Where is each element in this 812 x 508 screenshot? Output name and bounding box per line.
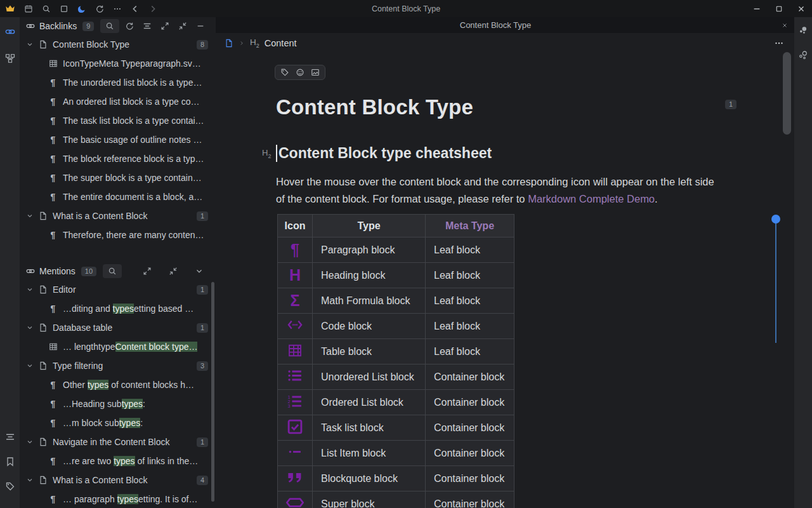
table-row[interactable]: List Item block Container block xyxy=(278,441,514,466)
backlink-doc-row[interactable]: What is a Content Block 1 xyxy=(20,206,216,225)
chevron-down-icon[interactable] xyxy=(25,211,35,221)
forward-icon[interactable] xyxy=(144,0,162,17)
table-row[interactable]: Blockquote block Container block xyxy=(278,466,514,491)
breadcrumb-label[interactable]: Content xyxy=(265,38,297,48)
refresh-icon[interactable] xyxy=(122,19,137,33)
bookmark-dock-icon[interactable] xyxy=(1,452,20,471)
graph-dock-icon[interactable] xyxy=(1,49,20,68)
chevron-down-icon[interactable] xyxy=(25,475,35,485)
more-menu-icon[interactable] xyxy=(108,0,126,17)
paragraph-icon: ¶ xyxy=(48,304,58,314)
doc-title[interactable]: Content Block Type xyxy=(276,95,473,119)
emoji-icon[interactable] xyxy=(296,68,304,77)
backlinks-dock-icon[interactable] xyxy=(1,22,20,41)
chevron-down-icon[interactable] xyxy=(25,39,35,50)
mention-row[interactable]: ¶ … paragraph typesetting. It is of… xyxy=(20,490,216,508)
paragraph-text: . xyxy=(655,193,658,204)
image-icon[interactable] xyxy=(311,68,320,77)
mention-row[interactable]: ¶ Other types of content blocks h… xyxy=(20,375,216,394)
outline-dock-icon[interactable] xyxy=(1,427,20,446)
doc-label: What is a Content Block xyxy=(53,211,192,221)
mention-doc-row[interactable]: What is a Content Block 4 xyxy=(20,471,216,490)
expand-level-icon[interactable] xyxy=(140,19,155,33)
attr-toolbar xyxy=(275,65,325,80)
markdown-demo-link[interactable]: Markdown Complete Demo xyxy=(528,193,655,204)
mention-doc-row[interactable]: Database table 1 xyxy=(20,318,216,337)
expand-icon[interactable] xyxy=(157,19,173,33)
mention-row[interactable]: ¶ …diting and typesetting based … xyxy=(20,299,216,318)
mention-doc-row[interactable]: Type filtering 3 xyxy=(20,356,216,375)
backlink-doc-row[interactable]: Content Block Type 8 xyxy=(20,35,216,54)
mention-row[interactable]: ¶ …m block subtypes: xyxy=(20,413,216,432)
collapse-icon[interactable] xyxy=(175,19,190,33)
daily-note-icon[interactable] xyxy=(20,0,37,17)
title-ref-badge[interactable]: 1 xyxy=(725,100,737,109)
backlink-row[interactable]: ¶ Therefore, there are many conten… xyxy=(20,225,216,244)
collapse-icon[interactable] xyxy=(166,264,181,278)
table-row[interactable]: Unordered List block Container block xyxy=(278,364,514,390)
table-row[interactable]: Ordered List block Container block xyxy=(278,390,514,415)
backlink-row[interactable]: ¶ The entire document is a block, a… xyxy=(20,187,216,206)
back-icon[interactable] xyxy=(126,0,144,17)
h2-title[interactable]: Content Block type cheatsheet xyxy=(278,145,492,162)
backlink-row[interactable]: ¶ The unordered list block is a type… xyxy=(20,73,216,92)
tab-close-icon[interactable] xyxy=(775,22,794,29)
global-search-icon[interactable] xyxy=(37,0,55,17)
expand-icon[interactable] xyxy=(140,264,155,278)
tag-dock-icon[interactable] xyxy=(1,477,20,496)
inbox-bubbles-icon[interactable] xyxy=(795,22,811,39)
highlight: types xyxy=(122,399,143,409)
table-row[interactable]: ¶ Paragraph block Leaf block xyxy=(278,237,514,263)
tab-title[interactable]: Content Block Type xyxy=(216,20,775,30)
backlink-row[interactable]: ¶ The block reference block is a typ… xyxy=(20,149,216,168)
min-panel-icon[interactable] xyxy=(193,19,208,33)
theme-moon-icon[interactable] xyxy=(73,0,91,17)
mentions-count-badge: 10 xyxy=(81,267,96,276)
more-icon[interactable] xyxy=(774,38,784,48)
backlink-row[interactable]: ¶ The basic usage of outline notes … xyxy=(20,130,216,149)
doc-icon[interactable] xyxy=(225,39,233,48)
paragraph-block[interactable]: Hover the mouse over the content block a… xyxy=(276,173,725,208)
editor-mode-icon[interactable] xyxy=(55,0,73,17)
table-row[interactable]: Table block Leaf block xyxy=(278,339,514,364)
sync-icon[interactable] xyxy=(91,0,108,17)
tag-icon[interactable] xyxy=(280,68,289,77)
backlink-row[interactable]: ¶ An ordered list block is a type co… xyxy=(20,92,216,111)
chevron-down-icon[interactable] xyxy=(25,284,35,295)
close-button[interactable] xyxy=(790,0,812,17)
workspace-crown-icon[interactable] xyxy=(0,0,20,17)
chevron-down-icon[interactable] xyxy=(192,264,207,278)
mention-doc-row[interactable]: Editor 1 xyxy=(20,280,216,299)
minimize-button[interactable] xyxy=(745,0,768,17)
mention-doc-row[interactable]: Navigate in the Content Block 1 xyxy=(20,432,216,451)
mention-row[interactable]: ¶ …Heading subtypes: xyxy=(20,394,216,413)
mention-row[interactable]: ¶ …re are two types of links in the… xyxy=(20,451,216,471)
table-row[interactable]: Σ Math Formula block Leaf block xyxy=(278,288,514,314)
chevron-down-icon[interactable] xyxy=(25,361,35,371)
maximize-button[interactable] xyxy=(768,0,790,17)
highlight: types xyxy=(119,418,140,428)
table-header-row: Icon Type Meta Type xyxy=(278,215,514,237)
h2-block[interactable]: H2 Content Block type cheatsheet xyxy=(262,145,492,162)
right-dock xyxy=(794,17,812,508)
chevron-down-icon[interactable] xyxy=(25,437,35,447)
sidebar-scrollbar[interactable] xyxy=(211,282,214,502)
backlink-row[interactable]: IconTypeMeta Typeparagraph.sv… xyxy=(20,54,216,73)
graph-view-icon[interactable] xyxy=(795,47,811,64)
table-row[interactable]: Super block Container block xyxy=(278,491,514,508)
doc-label: Type filtering xyxy=(53,361,192,371)
row-label: … paragraph typesetting. It is of… xyxy=(63,494,208,504)
backlink-row[interactable]: ¶ The super block is a type contain… xyxy=(20,168,216,187)
paragraph-icon: ¶ xyxy=(48,399,58,409)
content-type-table[interactable]: Icon Type Meta Type ¶ Paragraph block Le… xyxy=(277,214,514,508)
backlink-row[interactable]: ¶ The task list block is a type contai… xyxy=(20,111,216,130)
mention-row[interactable]: … lengthtypeContent block type… xyxy=(20,337,216,356)
table-row[interactable]: Task list block Container block xyxy=(278,415,514,441)
editor-scrollbar[interactable] xyxy=(783,52,791,135)
chevron-down-icon[interactable] xyxy=(25,323,35,333)
search-icon[interactable] xyxy=(100,19,119,33)
window-title: Content Block Type xyxy=(372,4,440,13)
table-row[interactable]: Code block Leaf block xyxy=(278,314,514,339)
search-icon[interactable] xyxy=(103,264,122,278)
table-row[interactable]: H Heading block Leaf block xyxy=(278,263,514,288)
